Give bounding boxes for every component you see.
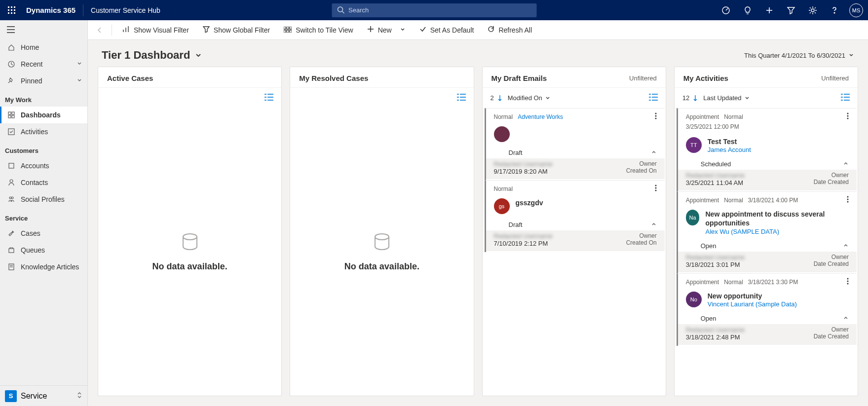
card-regarding-link[interactable]: Vincent Lauriant (Sample Data) — [708, 300, 797, 308]
chevron-up-icon[interactable] — [843, 242, 849, 250]
card-account-link[interactable]: Adventure Works — [518, 113, 563, 120]
nav-dashboards[interactable]: Dashboards — [0, 107, 87, 123]
cmd-switch-tile-view[interactable]: Switch to Tile View — [278, 20, 359, 40]
more-icon[interactable] — [847, 112, 849, 121]
svg-point-87 — [847, 283, 849, 284]
chevron-up-icon[interactable] — [843, 315, 849, 322]
queue-icon — [7, 247, 16, 254]
nav-home[interactable]: Home — [0, 39, 87, 56]
pin-icon — [7, 77, 16, 84]
list-view-icon[interactable] — [649, 94, 658, 102]
plus-icon[interactable] — [759, 0, 779, 20]
card-owner-label: Owner — [626, 160, 657, 167]
nav-knowledge-articles[interactable]: Knowledge Articles — [0, 258, 87, 275]
lightbulb-icon[interactable] — [738, 0, 757, 20]
building-icon — [7, 162, 16, 169]
tile-resolved-cases: My Resolved Cases No data available. — [290, 67, 474, 396]
nav-activities[interactable]: Activities — [0, 123, 87, 140]
activities-card-list[interactable]: Appointment Normal 3/25/2021 12:00 PM TT… — [675, 108, 858, 396]
dashboard-icon — [7, 111, 16, 118]
list-view-icon[interactable] — [841, 94, 850, 102]
search-input[interactable] — [332, 3, 536, 17]
svg-point-67 — [655, 113, 656, 114]
card-avatar — [494, 126, 510, 142]
cmd-show-global-filter[interactable]: Show Global Filter — [197, 20, 276, 40]
tile-filter-state[interactable]: Unfiltered — [629, 74, 657, 82]
cmd-set-as-default[interactable]: Set As Default — [414, 20, 480, 40]
hamburger-icon[interactable] — [0, 20, 87, 39]
card-date: 3/18/2021 3:01 PM — [686, 261, 745, 268]
draft-email-card[interactable]: Normal gs gsszgdv Draft Redacted Usernam… — [485, 180, 665, 252]
tile-sort-field[interactable]: Modified On — [508, 94, 550, 102]
sort-label: Modified On — [508, 94, 542, 102]
nav-recent[interactable]: Recent — [0, 56, 87, 73]
nav-pinned[interactable]: Pinned — [0, 73, 87, 89]
card-regarding-link[interactable]: Alex Wu (SAMPLE DATA) — [705, 228, 849, 235]
svg-point-70 — [655, 185, 656, 186]
user-avatar[interactable]: MS — [849, 3, 863, 17]
activity-card[interactable]: Appointment Normal 3/18/2021 3:30 PM No … — [677, 273, 857, 346]
cmd-show-visual-filter[interactable]: Show Visual Filter — [116, 20, 195, 40]
more-icon[interactable] — [655, 185, 657, 193]
nav-social-profiles[interactable]: Social Profiles — [0, 191, 87, 208]
card-date: 3/18/2021 2:48 PM — [686, 333, 745, 341]
cmd-new-label: New — [378, 26, 392, 34]
chevron-up-icon[interactable] — [843, 160, 849, 168]
tile-count: 2 — [491, 94, 494, 102]
back-button[interactable] — [92, 26, 108, 34]
help-icon[interactable] — [825, 0, 844, 20]
chevron-up-icon[interactable] — [651, 149, 657, 156]
nav-cases-label: Cases — [21, 229, 40, 237]
svg-rect-7 — [11, 12, 12, 14]
tile-count-sort[interactable]: 12 — [682, 94, 698, 102]
search-icon — [337, 6, 344, 16]
hub-name[interactable]: Customer Service Hub — [83, 4, 168, 16]
nav-cases[interactable]: Cases — [0, 225, 87, 242]
list-view-icon[interactable] — [264, 94, 273, 102]
svg-point-16 — [834, 12, 835, 13]
drafts-card-list[interactable]: Normal Adventure Works Draft Redacted Us… — [483, 108, 666, 396]
top-right-icons: MS — [716, 0, 863, 20]
nav-accounts-label: Accounts — [21, 162, 49, 170]
tile-filter-state[interactable]: Unfiltered — [821, 74, 849, 82]
cmd-new[interactable]: New — [361, 20, 412, 40]
activity-card[interactable]: Appointment Normal 3/25/2021 12:00 PM TT… — [677, 108, 857, 191]
area-switcher[interactable]: S Service — [0, 385, 87, 406]
cmd-refresh-label: Refresh All — [498, 26, 532, 34]
tile-sort-field[interactable]: Last Updated — [703, 94, 749, 102]
svg-rect-4 — [11, 9, 12, 11]
card-title: New opportunity — [708, 292, 797, 300]
card-priority: Normal — [724, 279, 743, 286]
nav-dashboards-label: Dashboards — [21, 111, 61, 119]
card-owner-label: Owner — [814, 172, 849, 179]
more-icon[interactable] — [655, 112, 657, 121]
chevron-down-icon — [400, 26, 406, 34]
more-icon[interactable] — [847, 196, 849, 205]
svg-point-31 — [11, 197, 13, 199]
chevron-up-icon[interactable] — [651, 221, 657, 228]
gear-icon[interactable] — [803, 0, 823, 20]
nav-queues[interactable]: Queues — [0, 242, 87, 258]
draft-email-card[interactable]: Normal Adventure Works Draft Redacted Us… — [485, 108, 665, 180]
card-avatar: gs — [494, 198, 510, 214]
nav-accounts[interactable]: Accounts — [0, 157, 87, 174]
activity-card[interactable]: Appointment Normal 3/18/2021 4:00 PM Na … — [677, 191, 857, 273]
tile-count-sort[interactable]: 2 — [491, 94, 503, 102]
app-name[interactable]: Dynamics 365 — [19, 6, 83, 14]
more-icon[interactable] — [847, 278, 849, 287]
date-range-selector[interactable]: This Quarter 4/1/2021 To 6/30/2021 — [744, 52, 854, 59]
card-title: Test Test — [708, 137, 751, 146]
target-icon[interactable] — [716, 0, 736, 20]
nav-contacts[interactable]: Contacts — [0, 174, 87, 191]
list-view-icon[interactable] — [457, 94, 466, 102]
card-created-label: Created On — [626, 167, 657, 174]
nav-knowledge-label: Knowledge Articles — [21, 263, 79, 271]
card-owner-label: Owner — [814, 326, 849, 333]
dashboard-title[interactable]: Tier 1 Dashboard — [102, 49, 202, 62]
filter-icon[interactable] — [781, 0, 801, 20]
card-status-label: Open — [701, 315, 717, 322]
cmd-refresh-all[interactable]: Refresh All — [482, 20, 538, 40]
card-regarding-link[interactable]: James Account — [708, 146, 751, 153]
app-launcher-icon[interactable] — [5, 3, 19, 17]
refresh-icon — [488, 26, 494, 34]
